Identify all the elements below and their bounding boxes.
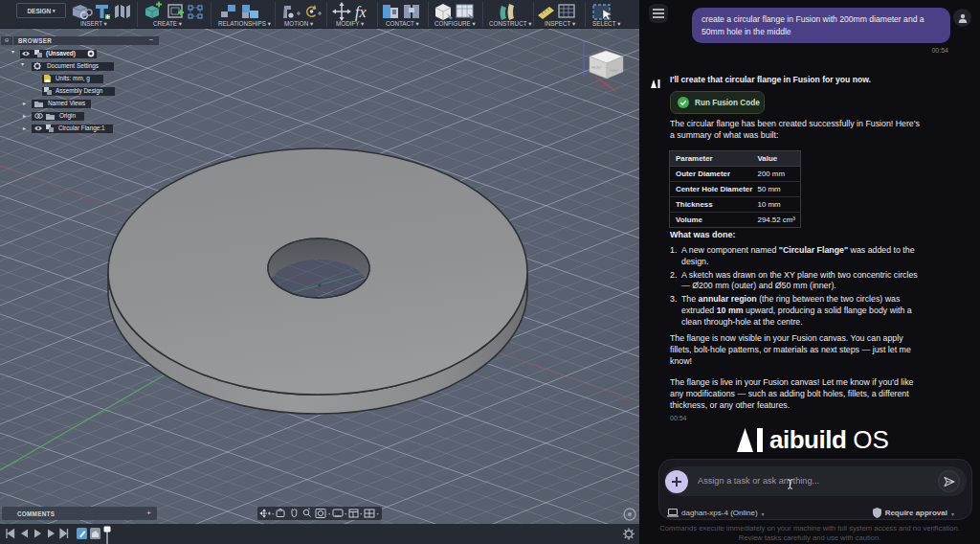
svg-text:fx: fx (355, 4, 367, 21)
svg-text:RIGHT: RIGHT (610, 69, 619, 73)
svg-text:FRONT: FRONT (591, 66, 601, 70)
